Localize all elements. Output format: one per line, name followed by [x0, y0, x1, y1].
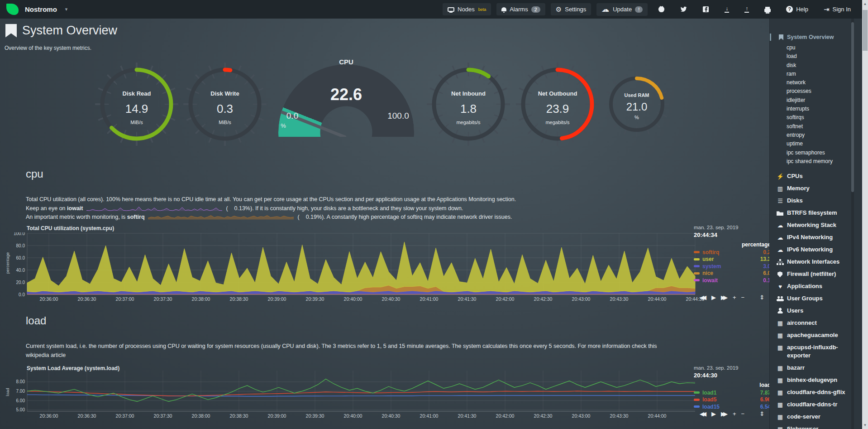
- sidebar-sub-item[interactable]: network: [770, 78, 862, 87]
- sidebar-menu-item[interactable]: BTRFS filesystem: [770, 209, 862, 217]
- legend-row-softirq[interactable]: softirq 0.2: [694, 249, 771, 256]
- alarms-button[interactable]: Alarms 2: [496, 3, 545, 15]
- sidebar-item-system-overview[interactable]: System Overview: [770, 32, 862, 42]
- zoom-in-button[interactable]: +: [733, 411, 736, 417]
- nodes-button[interactable]: Nodes beta: [443, 3, 491, 15]
- sidebar-sub-item[interactable]: ram: [770, 70, 862, 78]
- resize-handle[interactable]: ⇕: [759, 294, 764, 300]
- sidebar-sub-item[interactable]: load: [770, 52, 862, 61]
- scrollbar-thumb[interactable]: [863, 10, 868, 51]
- sidebar-sub-item[interactable]: idlejitter: [770, 96, 862, 105]
- sidebar-menu-item[interactable]: ▦cloudflare-ddns-gflix: [770, 388, 862, 396]
- sidebar-scrollbar[interactable]: [851, 19, 854, 429]
- sidebar-menu-item[interactable]: ▦cloudflare-ddns-tr: [770, 400, 862, 409]
- sidebar-menu-item[interactable]: Network Interfaces: [770, 258, 862, 266]
- page-title: System Overview: [22, 24, 117, 38]
- gauge-used-ram[interactable]: Used RAM 21.0 %: [607, 75, 666, 134]
- resize-handle[interactable]: ⇕: [759, 411, 764, 417]
- rewind-button[interactable]: ◀◀: [700, 294, 706, 300]
- sidebar-scrollbar-thumb[interactable]: [851, 22, 854, 192]
- print-button[interactable]: [759, 4, 776, 15]
- sidebar-sub-item[interactable]: uptime: [770, 140, 862, 148]
- sidebar-menu-item[interactable]: ☁IPv4 Networking: [770, 233, 862, 241]
- upload-button[interactable]: ↑: [739, 3, 754, 15]
- signin-button[interactable]: ⇥ Sign In: [819, 3, 856, 15]
- hostname[interactable]: Nostromo: [25, 5, 57, 13]
- sidebar-sub-item[interactable]: disk: [770, 61, 862, 70]
- sidebar-menu-item[interactable]: Firewall (netfilter): [770, 270, 862, 278]
- sidebar-menu-item[interactable]: ♥Applications: [770, 282, 862, 290]
- legend-row-load15[interactable]: load15 6.54: [694, 403, 771, 410]
- zoom-out-button[interactable]: −: [741, 411, 745, 417]
- sidebar-menu-item[interactable]: ☁Networking Stack: [770, 221, 862, 229]
- memory-icon: ▥: [776, 185, 784, 193]
- help-icon: ?: [786, 6, 793, 13]
- legend-swatch: [694, 251, 700, 253]
- sidebar-menu-item[interactable]: ▦filebrowser: [770, 425, 862, 429]
- gauge-disk-write[interactable]: Disk Write 0.3 MiB/s: [186, 66, 263, 143]
- svg-text:60.0: 60.0: [16, 255, 25, 260]
- svg-text:20:42:30: 20:42:30: [534, 413, 553, 419]
- download-button[interactable]: ↓: [720, 3, 734, 15]
- svg-text:7.00: 7.00: [16, 389, 25, 394]
- legend-row-iowait[interactable]: iowait 0.1: [694, 277, 771, 284]
- play-button[interactable]: ▶: [711, 294, 716, 300]
- sidebar-menu-item[interactable]: ▦apacheguacamole: [770, 331, 862, 339]
- load-chart-plot[interactable]: 20:36:0020:36:3020:37:0020:37:3020:38:00…: [4, 370, 710, 420]
- help-button[interactable]: ? Help: [781, 3, 813, 15]
- sidebar-sub-item[interactable]: ipc shared memory: [770, 157, 862, 166]
- play-button[interactable]: ▶: [711, 411, 716, 417]
- facebook-button[interactable]: [697, 3, 714, 15]
- sidebar-menu-item[interactable]: ☁IPv6 Networking: [770, 246, 862, 254]
- sidebar-menu-item[interactable]: ▦bazarr: [770, 364, 862, 372]
- rewind-button[interactable]: ◀◀: [700, 411, 706, 417]
- sidebar-sub-item[interactable]: softnet: [770, 122, 862, 131]
- zoom-in-button[interactable]: +: [733, 294, 736, 300]
- twitter-button[interactable]: [675, 3, 692, 15]
- brand[interactable]: Nostromo ▾: [6, 4, 67, 15]
- gauge-disk-read[interactable]: Disk Read 14.9 MiB/s: [98, 66, 175, 143]
- disks-icon: ☰: [776, 197, 784, 205]
- update-alert-badge: !: [635, 6, 643, 13]
- settings-button[interactable]: ⚙ Settings: [551, 3, 591, 15]
- svg-text:20:38:00: 20:38:00: [192, 413, 210, 419]
- sidebar-menu-item[interactable]: ☰Disks: [770, 197, 862, 205]
- sidebar-menu-item[interactable]: ▦code-server: [770, 413, 862, 421]
- scroll-down-arrow[interactable]: ▼: [862, 423, 868, 427]
- legend-row-load1[interactable]: load1 7.87: [694, 389, 771, 396]
- gauge-net-outbound[interactable]: Net Outbound 23.9 megabits/s: [519, 66, 596, 143]
- gauge-cpu[interactable]: CPU 22.6 0.0 100.0 %: [278, 59, 414, 143]
- fast-forward-button[interactable]: ▶▶: [721, 411, 728, 417]
- legend-row-user[interactable]: user 13.3: [694, 256, 771, 263]
- sidebar-sub-item[interactable]: interrupts: [770, 105, 862, 113]
- svg-text:20:37:30: 20:37:30: [154, 413, 172, 419]
- sidebar-menu-item[interactable]: ⚡CPUs: [770, 172, 862, 180]
- sidebar-menu-item[interactable]: User Groups: [770, 294, 862, 303]
- grid-icon: ▦: [776, 364, 784, 372]
- fast-forward-button[interactable]: ▶▶: [721, 294, 728, 300]
- sidebar-sub-item[interactable]: cpu: [770, 43, 862, 52]
- legend-row-load5[interactable]: load5 6.96: [694, 396, 771, 404]
- wikipedia-link[interactable]: wikipedia article: [26, 352, 66, 358]
- cpu-chart-plot[interactable]: 20:36:0020:36:3020:37:0020:37:3020:38:00…: [4, 232, 710, 304]
- zoom-out-button[interactable]: −: [741, 294, 745, 300]
- gauge-title: Disk Read: [98, 90, 175, 97]
- scroll-up-arrow[interactable]: ▲: [862, 2, 868, 6]
- sidebar-menu-item[interactable]: ▦apcupsd-influxdb-exporter: [770, 343, 862, 360]
- sidebar-menu-item[interactable]: ▦airconnect: [770, 319, 862, 327]
- legend-row-nice[interactable]: nice 6.0: [694, 270, 771, 277]
- page-scrollbar[interactable]: ▲ ▼: [862, 0, 868, 429]
- sidebar-menu-item[interactable]: ▦binhex-delugevpn: [770, 376, 862, 384]
- gauge-net-inbound[interactable]: Net Inbound 1.8 megabits/s: [430, 66, 507, 143]
- sidebar-sub-item[interactable]: ipc semaphores: [770, 149, 862, 157]
- legend-row-system[interactable]: system 3.0: [694, 263, 771, 270]
- update-button[interactable]: ☁↓ Update !: [596, 3, 648, 16]
- help-label: Help: [796, 6, 808, 13]
- github-button[interactable]: [653, 3, 670, 15]
- sidebar-sub-item[interactable]: processes: [770, 87, 862, 96]
- sidebar-menu-item[interactable]: ▥Memory: [770, 184, 862, 193]
- sidebar-menu-item[interactable]: Users: [770, 307, 862, 315]
- sidebar-sub-item[interactable]: entropy: [770, 131, 862, 140]
- sidebar-sub-item[interactable]: softirqs: [770, 113, 862, 122]
- svg-text:20:40:00: 20:40:00: [344, 413, 362, 419]
